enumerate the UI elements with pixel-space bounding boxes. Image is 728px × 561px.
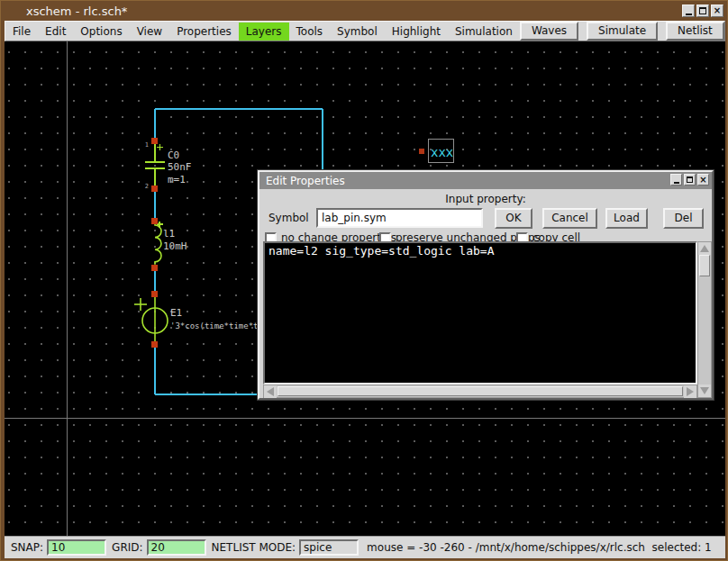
edit-properties-dialog: Edit Properties × Input property: Symbol… — [258, 170, 714, 400]
vertical-scroll-thumb[interactable] — [699, 255, 710, 276]
ok-button[interactable]: OK — [495, 208, 532, 229]
dialog-titlebar: Edit Properties × — [259, 172, 712, 189]
simulate-button[interactable]: Simulate — [587, 22, 658, 41]
dialog-title: Edit Properties — [266, 175, 345, 187]
window-titlebar: xschem - rlc.sch* × — [1, 1, 728, 21]
component-source[interactable]: E1 '3*cos(time*time*time' — [134, 291, 278, 348]
dialog-close-icon[interactable]: × — [697, 174, 709, 185]
component-capacitor[interactable]: 1 2 C0 50nF m=1 — [145, 138, 192, 192]
capacitor-ref: C0 — [168, 149, 179, 161]
pin-number: 2 — [145, 183, 149, 190]
vertical-scrollbar[interactable] — [697, 241, 712, 398]
dialog-maximize-icon[interactable] — [684, 174, 696, 185]
netlist-button[interactable]: Netlist — [666, 22, 724, 41]
selected-label-text: xxx — [431, 145, 453, 159]
snap-input[interactable] — [47, 539, 106, 556]
status-bar: SNAP: GRID: NETLIST MODE: mouse = -30 -2… — [5, 536, 725, 558]
menu-options[interactable]: Options — [73, 23, 129, 41]
scroll-left-icon[interactable] — [264, 385, 277, 398]
dialog-controls: × — [670, 174, 709, 185]
inductor-ref: l1 — [163, 228, 175, 240]
mouse-status-text: mouse = -30 -260 - /mnt/x/home/schippes/… — [367, 541, 712, 554]
inductor-value: 10mH — [163, 240, 187, 252]
del-button[interactable]: Del — [663, 208, 704, 229]
window-controls: × — [682, 5, 723, 17]
menu-file[interactable]: File — [5, 23, 38, 41]
menu-bar: File Edit Options View Properties Layers… — [5, 21, 725, 41]
menu-properties[interactable]: Properties — [169, 23, 239, 41]
pin-square — [151, 265, 158, 271]
menu-tools[interactable]: Tools — [289, 23, 331, 41]
pin-square — [419, 149, 424, 154]
load-button[interactable]: Load — [605, 208, 648, 229]
menu-symbol[interactable]: Symbol — [330, 23, 385, 41]
maximize-icon[interactable] — [696, 5, 709, 17]
window-title: xschem - rlc.sch* — [26, 5, 127, 18]
menu-simulation[interactable]: Simulation — [448, 23, 520, 41]
grid-label: GRID: — [112, 541, 142, 554]
waves-button[interactable]: Waves — [520, 22, 578, 41]
close-icon[interactable]: × — [711, 5, 723, 17]
pin-square — [151, 291, 158, 297]
pin-square — [151, 218, 158, 224]
pin-square — [151, 341, 158, 348]
symbol-input[interactable] — [316, 208, 483, 228]
capacitor-mult: m=1 — [168, 174, 186, 185]
xschem-window: xschem - rlc.sch* × File Edit Options Vi… — [0, 0, 728, 561]
scroll-right-icon[interactable] — [684, 385, 696, 398]
snap-label: SNAP: — [11, 541, 43, 554]
scroll-down-icon[interactable] — [698, 385, 711, 397]
pin-number: 1 — [145, 141, 149, 149]
symbol-label: Symbol — [268, 212, 309, 224]
property-textarea[interactable]: name=l2 sig_type=std_logic lab=A — [263, 241, 697, 385]
netlist-mode-input[interactable] — [299, 539, 359, 556]
pin-square — [151, 185, 158, 192]
menu-edit[interactable]: Edit — [38, 23, 73, 41]
capacitor-value: 50nF — [168, 161, 192, 173]
grid-input[interactable] — [147, 539, 206, 556]
dialog-minimize-icon[interactable] — [670, 174, 682, 185]
selected-label[interactable]: xxx — [419, 139, 453, 162]
minimize-icon[interactable] — [682, 5, 695, 17]
source-ref: E1 — [170, 307, 182, 319]
menu-highlight[interactable]: Highlight — [385, 23, 448, 41]
schematic-canvas[interactable]: 1 2 C0 50nF m=1 l1 10mH — [5, 41, 725, 536]
cancel-button[interactable]: Cancel — [542, 208, 597, 229]
scroll-up-icon[interactable] — [698, 242, 711, 255]
horizontal-scroll-thumb[interactable] — [278, 386, 683, 396]
input-property-label: Input property: — [259, 193, 712, 205]
horizontal-scrollbar[interactable] — [263, 385, 697, 398]
menu-layers[interactable]: Layers — [239, 23, 289, 41]
pin-square — [151, 138, 158, 144]
menu-view[interactable]: View — [130, 23, 169, 41]
component-inductor[interactable]: l1 10mH — [151, 218, 187, 271]
netlist-mode-label: NETLIST MODE: — [212, 541, 296, 554]
